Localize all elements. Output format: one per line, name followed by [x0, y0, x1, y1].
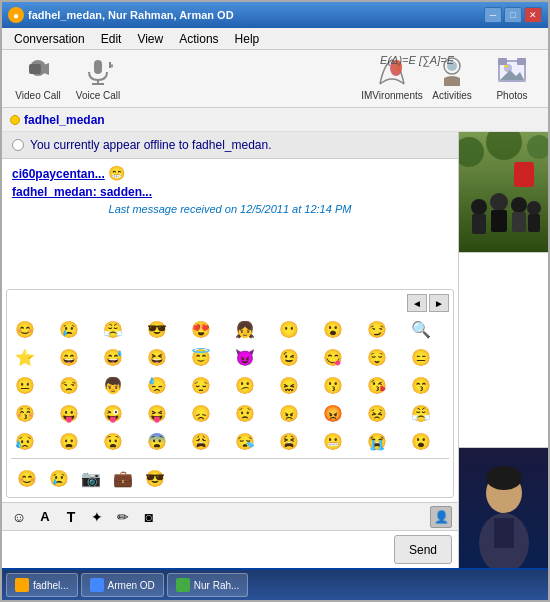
- emoji-cell-14[interactable]: 😇: [187, 344, 215, 370]
- emoji-cell-3[interactable]: 😎: [143, 316, 171, 342]
- emoji-cell-29[interactable]: 😙: [407, 372, 435, 398]
- video-call-button[interactable]: Video Call: [10, 54, 66, 103]
- emoji-cell-28[interactable]: 😘: [363, 372, 391, 398]
- add-contact-button[interactable]: 👤: [430, 506, 452, 528]
- message-area: ci60paycentan... 😁 fadhel_medan: sadden.…: [2, 159, 458, 285]
- send-button[interactable]: Send: [394, 535, 452, 564]
- emoji-cell-15[interactable]: 😈: [231, 344, 259, 370]
- emoji-cell-20[interactable]: 😐: [11, 372, 39, 398]
- emoji-nav-left[interactable]: ◄: [407, 294, 427, 312]
- menu-actions[interactable]: Actions: [171, 30, 226, 48]
- restore-button[interactable]: □: [504, 7, 522, 23]
- contact-name[interactable]: fadhel_medan: [24, 113, 105, 127]
- photos-label: Photos: [496, 90, 527, 101]
- taskbar-label-fadhel: fadhel...: [33, 580, 69, 591]
- emoji-cell-48[interactable]: 😭: [363, 428, 391, 454]
- emoji-cell-25[interactable]: 😕: [231, 372, 259, 398]
- menu-help[interactable]: Help: [227, 30, 268, 48]
- emoji-recent-3[interactable]: 💼: [109, 465, 137, 491]
- emoji-cell-34[interactable]: 😞: [187, 400, 215, 426]
- offline-text: You currently appear offline to fadhel_m…: [30, 138, 272, 152]
- emoji-cell-24[interactable]: 😔: [187, 372, 215, 398]
- emoji-cell-16[interactable]: 😉: [275, 344, 303, 370]
- emoji-cell-8[interactable]: 😏: [363, 316, 391, 342]
- emoji-recent-2[interactable]: 📷: [77, 465, 105, 491]
- emoticon-button[interactable]: ☺: [8, 506, 30, 528]
- emoji-cell-4[interactable]: 😍: [187, 316, 215, 342]
- emoji-cell-10[interactable]: ⭐: [11, 344, 39, 370]
- message-input[interactable]: [2, 531, 388, 568]
- emoji-cell-40[interactable]: 😥: [11, 428, 39, 454]
- emoji-cell-18[interactable]: 😌: [363, 344, 391, 370]
- emoji-cell-36[interactable]: 😠: [275, 400, 303, 426]
- minimize-button[interactable]: ─: [484, 7, 502, 23]
- emoji-cell-13[interactable]: 😆: [143, 344, 171, 370]
- taskbar-item-armen[interactable]: Armen OD: [81, 573, 164, 597]
- svg-rect-1: [29, 64, 41, 74]
- emoji-cell-26[interactable]: 😖: [275, 372, 303, 398]
- emoji-panel-header: ◄ ►: [11, 294, 449, 312]
- emoji-cell-44[interactable]: 😩: [187, 428, 215, 454]
- background-button[interactable]: ✦: [86, 506, 108, 528]
- emoji-cell-6[interactable]: 😶: [275, 316, 303, 342]
- close-button[interactable]: ✕: [524, 7, 542, 23]
- menu-bar: Conversation Edit View Actions Help: [2, 28, 548, 50]
- emoji-cell-5[interactable]: 👧: [231, 316, 259, 342]
- emoji-cell-37[interactable]: 😡: [319, 400, 347, 426]
- emoji-cell-47[interactable]: 😬: [319, 428, 347, 454]
- emoji-cell-0[interactable]: 😊: [11, 316, 39, 342]
- emoji-cell-27[interactable]: 😗: [319, 372, 347, 398]
- menu-view[interactable]: View: [129, 30, 171, 48]
- text-style-button[interactable]: T: [60, 506, 82, 528]
- emoji-recent-4[interactable]: 😎: [141, 465, 169, 491]
- photos-button[interactable]: Photos: [484, 54, 540, 103]
- edit-button[interactable]: ✏: [112, 506, 134, 528]
- menu-conversation[interactable]: Conversation: [6, 30, 93, 48]
- emoji-cell-17[interactable]: 😋: [319, 344, 347, 370]
- emoji-cell-45[interactable]: 😪: [231, 428, 259, 454]
- voice-call-icon: ▼: [82, 56, 114, 88]
- main-area: You currently appear offline to fadhel_m…: [2, 132, 548, 568]
- emoji-cell-33[interactable]: 😝: [143, 400, 171, 426]
- emoji-nav-right[interactable]: ►: [429, 294, 449, 312]
- emoji-cell-11[interactable]: 😄: [55, 344, 83, 370]
- svg-text:▼: ▼: [109, 63, 113, 69]
- emoji-cell-41[interactable]: 😦: [55, 428, 83, 454]
- emoji-panel: ◄ ► 😊😢😤😎😍👧😶😮😏🔍⭐😄😅😆😇😈😉😋😌😑😐😒👦😓😔😕😖😗😘😙😚😛😜😝😞😟…: [6, 289, 454, 498]
- emoji-cell-35[interactable]: 😟: [231, 400, 259, 426]
- taskbar-item-nur[interactable]: Nur Rah...: [167, 573, 249, 597]
- emoji-cell-43[interactable]: 😨: [143, 428, 171, 454]
- emoji-cell-7[interactable]: 😮: [319, 316, 347, 342]
- emoji-cell-30[interactable]: 😚: [11, 400, 39, 426]
- font-button[interactable]: A: [34, 506, 56, 528]
- emoji-cell-12[interactable]: 😅: [99, 344, 127, 370]
- emoji-cell-22[interactable]: 👦: [99, 372, 127, 398]
- extra-button[interactable]: ◙: [138, 506, 160, 528]
- svg-rect-25: [472, 214, 486, 234]
- emoji-recent-1[interactable]: 😢: [45, 465, 73, 491]
- svg-rect-17: [498, 58, 507, 65]
- activities-label: Activities: [432, 90, 471, 101]
- emoji-cell-19[interactable]: 😑: [407, 344, 435, 370]
- window-controls: ─ □ ✕: [484, 7, 542, 23]
- emoji-cell-46[interactable]: 😫: [275, 428, 303, 454]
- taskbar-label-armen: Armen OD: [108, 580, 155, 591]
- emoji-cell-2[interactable]: 😤: [99, 316, 127, 342]
- emoji-cell-42[interactable]: 😧: [99, 428, 127, 454]
- emoji-cell-23[interactable]: 😓: [143, 372, 171, 398]
- emoji-cell-38[interactable]: 😣: [363, 400, 391, 426]
- emoji-cell-21[interactable]: 😒: [55, 372, 83, 398]
- emoji-cell-49[interactable]: 😮: [407, 428, 435, 454]
- emoji-cell-39[interactable]: 😤: [407, 400, 435, 426]
- emoji-cell-31[interactable]: 😛: [55, 400, 83, 426]
- menu-edit[interactable]: Edit: [93, 30, 130, 48]
- voice-call-button[interactable]: ▼ Voice Call: [70, 54, 126, 103]
- emoji-cell-9[interactable]: 🔍: [407, 316, 435, 342]
- svg-rect-29: [512, 212, 526, 232]
- emoji-cell-32[interactable]: 😜: [99, 400, 127, 426]
- offline-radio: [12, 139, 24, 151]
- emoji-recent-0[interactable]: 😊: [13, 465, 41, 491]
- main-window: ● fadhel_medan, Nur Rahman, Arman OD ─ □…: [0, 0, 550, 602]
- emoji-cell-1[interactable]: 😢: [55, 316, 83, 342]
- taskbar-item-fadhel[interactable]: fadhel...: [6, 573, 78, 597]
